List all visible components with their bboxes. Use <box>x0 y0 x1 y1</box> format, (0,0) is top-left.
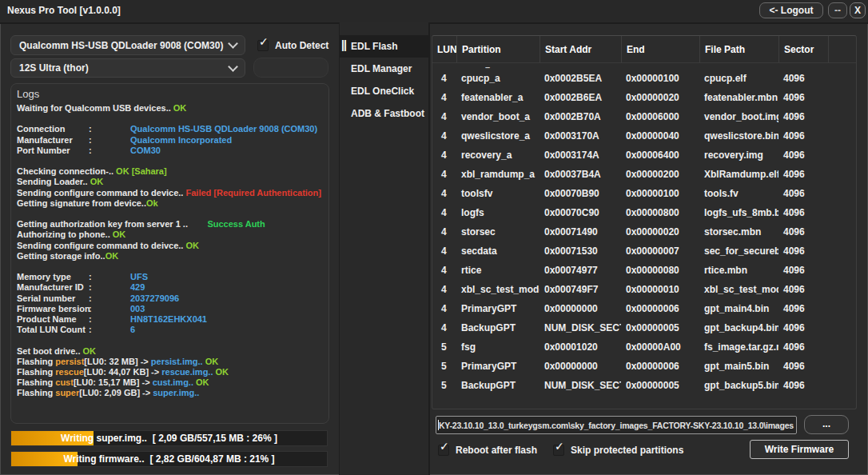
table-row[interactable]: 4secdata0x000715300x00000007sec_for_secu… <box>432 241 856 261</box>
cell-file-path: gpt_main5.bin <box>699 357 778 376</box>
cell-start-addr: 0x00037B4A <box>540 165 621 184</box>
logout-button[interactable]: <- Logout <box>759 2 823 18</box>
table-row[interactable]: 4xbl_ramdump_a0x00037B4A0x00000200XblRam… <box>432 165 856 184</box>
cell-spacer <box>828 165 856 184</box>
cell-start-addr: NUM_DISK_SECTORS-5. <box>540 376 621 395</box>
log-line: Getting storage info..OK <box>17 251 328 261</box>
cell-lun: 4 <box>432 222 456 241</box>
column-header[interactable]: Sector <box>778 36 828 62</box>
table-row[interactable]: 4cpucp_a0x0002B5EA0x00000100cpucp.elf409… <box>432 69 856 88</box>
log-line <box>17 261 328 272</box>
cell-partition: toolsfv <box>456 184 540 203</box>
cell-spacer <box>828 357 856 376</box>
close-button[interactable]: X <box>850 2 866 18</box>
log-value: 003 <box>130 304 145 313</box>
reboot-after-flash-label: Reboot after flash <box>456 445 537 456</box>
table-row[interactable]: 4BackupGPTNUM_DISK_SECTORS-5.0x00000005g… <box>432 318 856 337</box>
firmware-path-input[interactable]: KY-23.10.10_13.0_turkeygsm.com\sky_facto… <box>436 416 797 434</box>
logs-panel: Logs Waiting for Qualcomm USB devices.. … <box>10 83 329 424</box>
log-segment: Success Auth <box>207 219 265 229</box>
cell-start-addr: 0x0003170A <box>540 126 621 146</box>
browse-button[interactable]: ... <box>804 415 849 434</box>
minimize-button[interactable]: -- <box>828 2 847 18</box>
log-line <box>17 156 328 166</box>
cell-start-addr: 0x0003174A <box>540 146 621 165</box>
cell-sector: 4096 <box>778 222 828 241</box>
log-segment: OK <box>113 230 126 239</box>
tab-adb-fastboot[interactable]: ADB & Fastboot <box>340 102 428 125</box>
cell-start-addr: 0x00000000 <box>540 299 621 318</box>
cell-end: 0x00000100 <box>621 184 699 203</box>
table-row[interactable]: 5PrimaryGPT0x000000000x00000006gpt_main5… <box>432 357 856 376</box>
table-row[interactable]: 4toolsfv0x00070B900x00000100tools.fv4096 <box>432 184 856 203</box>
cell-file-path: gpt_backup5.bin <box>699 376 778 395</box>
log-colon: : <box>89 304 130 314</box>
cell-end: 0x00000010 <box>621 280 699 299</box>
table-row[interactable]: 5BackupGPTNUM_DISK_SECTORS-5.0x00000005g… <box>432 376 856 395</box>
cell-spacer <box>828 241 856 261</box>
progress-bar: Writing super.img..[ 2,09 GB/557,15 MB :… <box>10 430 328 446</box>
log-line: Sending configure command to device.. Fa… <box>17 188 328 198</box>
reboot-after-flash-checkbox[interactable]: Reboot after flash <box>438 445 537 456</box>
column-header[interactable]: End <box>621 36 699 62</box>
column-header[interactable]: Start Addr <box>540 36 621 62</box>
table-row[interactable]: 4rtice0x000749770x00000080rtice.mbn4096 <box>432 261 856 280</box>
log-segment: [LU0: 44,07 KB] -> <box>84 367 162 377</box>
cell-end: 0x00000200 <box>621 165 699 184</box>
cell-spacer <box>828 299 856 318</box>
log-line: Set boot drive.. OK <box>17 346 328 357</box>
model-dropdown[interactable]: 12S Ultra (thor) <box>10 58 245 78</box>
port-dropdown[interactable]: Qualcomm HS-USB QDLoader 9008 (COM30) <box>10 35 245 55</box>
table-row[interactable]: 4recovery_a0x0003174A0x00006400recovery.… <box>432 146 856 165</box>
log-colon: : <box>89 325 130 335</box>
skip-protected-checkbox[interactable]: Skip protected partitions <box>553 445 683 456</box>
auto-detect-checkbox[interactable]: Auto Detect <box>257 40 328 51</box>
table-row[interactable]: 4PrimaryGPT0x000000000x00000006gpt_main4… <box>432 299 856 318</box>
table-row[interactable]: 4vendor_boot_a0x0002B70A0x00006000vendor… <box>432 107 856 126</box>
cell-end: 0x00000020 <box>621 222 699 241</box>
log-segment: Ok <box>146 198 158 208</box>
log-colon: : <box>89 124 130 134</box>
log-line: Sending Loader.. OK <box>17 177 328 187</box>
cell-file-path: rtice.mbn <box>699 261 778 280</box>
log-key: Connection <box>17 124 89 134</box>
cell-start-addr: 0x0002B70A <box>540 107 621 126</box>
cell-spacer <box>828 88 856 107</box>
text-cursor <box>438 420 439 430</box>
cell-file-path: qweslicstore.bin <box>699 126 778 146</box>
cell-spacer <box>828 376 856 395</box>
log-line: Flashing persist[LU0: 32 MB] -> persist.… <box>17 357 328 367</box>
cell-sector: 4096 <box>778 69 828 88</box>
column-header[interactable]: Partition <box>456 36 540 62</box>
table-row[interactable]: 4qweslicstore_a0x0003170A0x00000040qwesl… <box>432 126 856 146</box>
log-line: Connection:Qualcomm HS-USB QDLoader 9008… <box>17 124 328 134</box>
table-row[interactable]: 4logfs0x00070C900x00000800logfs_ufs_8mb.… <box>432 203 856 222</box>
tab-edl-oneclick[interactable]: EDL OneClick <box>340 80 428 102</box>
progress-text: Writing super.img..[ 2,09 GB/557,15 MB :… <box>11 431 327 445</box>
table-row[interactable]: 4featenabler_a0x0002B6EA0x00000020featen… <box>432 88 856 107</box>
tab-edl-manager[interactable]: EDL Manager <box>340 58 428 80</box>
table-row[interactable]: 4storsec0x000714900x00000020storsec.mbn4… <box>432 222 856 241</box>
cell-lun: 4 <box>432 280 456 299</box>
write-firmware-button[interactable]: Write Firmware <box>750 440 849 459</box>
cell-spacer <box>828 69 856 88</box>
log-line: Total LUN Count:6 <box>17 325 328 335</box>
log-colon: : <box>89 146 130 156</box>
tab-label: EDL Flash <box>351 41 397 52</box>
log-line: Memory type:UFS <box>17 272 328 282</box>
column-header-spacer <box>828 36 856 62</box>
tab-edl-flash[interactable]: ||EDL Flash <box>340 35 428 58</box>
cell-sector: 4096 <box>778 337 828 357</box>
column-header[interactable]: LUN <box>432 36 456 62</box>
cell-partition: xbl_ramdump_a <box>456 165 540 184</box>
log-segment: OK <box>173 103 187 113</box>
cell-end: 0x00000005 <box>621 318 699 337</box>
log-segment: Sending configure command to device.. <box>17 188 185 198</box>
cell-partition: logfs <box>456 203 540 222</box>
cell-start-addr: 0x00070C90 <box>540 203 621 222</box>
cell-start-addr: 0x000749F7 <box>540 280 621 299</box>
table-row[interactable]: 4xbl_sc_test_mode0x000749F70x00000010xbl… <box>432 280 856 299</box>
table-row[interactable]: 5fsg0x000010200x00000A00fs_image.tar.gz.… <box>432 337 856 357</box>
cell-start-addr: 0x0002B6EA <box>540 88 621 107</box>
column-header[interactable]: File Path <box>699 36 778 62</box>
